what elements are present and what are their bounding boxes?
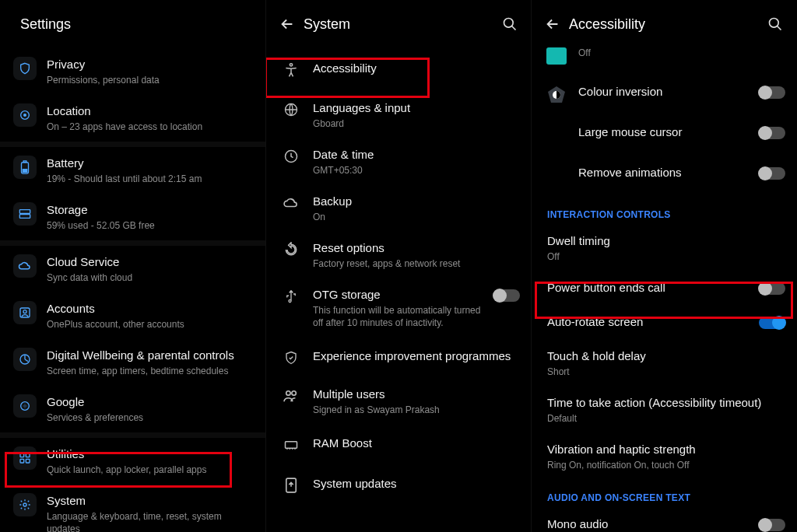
header-accessibility: Accessibility — [532, 0, 796, 48]
a11y-item-large-cursor[interactable]: Large mouse cursor — [532, 116, 796, 156]
svg-rect-13 — [20, 459, 24, 463]
settings-item-label: Google — [47, 394, 255, 410]
mono-audio-toggle[interactable] — [759, 519, 785, 531]
settings-item-sub: 59% used - 52.05 GB free — [47, 219, 255, 232]
a11y-item-dwell-timing[interactable]: Dwell timing Off — [532, 225, 796, 271]
settings-item-sub: Language & keyboard, time, reset, system… — [47, 510, 255, 532]
system-item-sub: On — [313, 211, 520, 223]
a11y-item-colour-inversion[interactable]: Colour inversion — [532, 75, 796, 116]
system-item-label: Backup — [313, 194, 520, 209]
inversion-icon — [546, 84, 567, 106]
a11y-item-label: Mono audio — [547, 516, 753, 532]
system-item-label: Reset options — [313, 240, 520, 256]
system-item-experience[interactable]: Experience improvement programmes — [266, 338, 531, 378]
settings-item-digital-wellbeing[interactable]: Digital Wellbeing & parental controls Sc… — [0, 339, 265, 386]
a11y-item-label: Vibration and haptic strength — [547, 442, 785, 457]
settings-item-privacy[interactable]: Privacy Permissions, personal data — [0, 48, 265, 95]
settings-item-cloud-service[interactable]: Cloud Service Sync data with cloud — [0, 246, 265, 292]
a11y-item-label: Time to take action (Accessibility timeo… — [547, 395, 785, 411]
settings-item-utilities[interactable]: Utilities Quick launch, app locker, para… — [0, 438, 265, 485]
panel-settings: Settings Privacy Permissions, personal d… — [0, 0, 265, 532]
remove-animations-toggle[interactable] — [759, 167, 785, 180]
settings-item-battery[interactable]: Battery 19% - Should last until about 2:… — [0, 147, 265, 194]
system-item-label: OTG storage — [313, 287, 487, 303]
settings-item-sub: 19% - Should last until about 2:15 am — [47, 173, 255, 185]
svg-point-15 — [23, 503, 26, 506]
large-cursor-toggle[interactable] — [759, 127, 785, 139]
svg-rect-26 — [546, 47, 567, 65]
cloud-icon — [282, 194, 300, 212]
svg-rect-14 — [26, 459, 30, 463]
power-end-call-toggle[interactable] — [759, 282, 785, 295]
system-item-date-time[interactable]: Date & time GMT+05:30 — [266, 138, 531, 185]
clock-icon — [282, 147, 300, 166]
settings-item-system[interactable]: System Language & keyboard, time, reset,… — [0, 485, 265, 532]
system-item-sub: Gboard — [313, 117, 520, 130]
a11y-item-time-to-action[interactable]: Time to take action (Accessibility timeo… — [532, 387, 796, 433]
settings-item-label: Accounts — [47, 301, 255, 317]
settings-item-label: Storage — [47, 202, 255, 218]
a11y-item-power-end-call[interactable]: Power button ends call — [532, 271, 796, 306]
search-button[interactable] — [765, 14, 785, 34]
system-item-ram-boost[interactable]: RAM Boost — [266, 425, 531, 465]
settings-item-accounts[interactable]: Accounts OnePlus account, other accounts — [0, 292, 265, 339]
settings-item-google[interactable]: Google Services & preferences — [0, 386, 265, 432]
a11y-item-label: Large mouse cursor — [578, 124, 753, 140]
system-item-accessibility[interactable]: Accessibility — [266, 48, 531, 92]
a11y-item-sub: Off — [578, 47, 785, 59]
system-item-label: System updates — [313, 476, 520, 492]
settings-item-location[interactable]: Location On – 23 apps have access to loc… — [0, 95, 265, 142]
system-item-languages[interactable]: Languages & input Gboard — [266, 92, 531, 138]
settings-item-sub: Permissions, personal data — [47, 74, 255, 86]
auto-rotate-toggle[interactable] — [759, 317, 785, 329]
a11y-item-partial-top[interactable]: Off — [532, 45, 796, 75]
a11y-item-vibration[interactable]: Vibration and haptic strength Ring On, n… — [532, 433, 796, 480]
a11y-item-mono-audio[interactable]: Mono audio Combine channels when playing… — [532, 508, 796, 532]
search-button[interactable] — [500, 14, 520, 34]
system-item-sub: Signed in as Swayam Prakash — [313, 404, 520, 416]
settings-item-label: Cloud Service — [47, 254, 255, 270]
page-title: Settings — [20, 16, 71, 33]
a11y-item-remove-animations[interactable]: Remove animations — [532, 156, 796, 197]
usb-icon — [282, 287, 300, 306]
panel-accessibility: Accessibility Off Colour inversion Large… — [531, 0, 796, 532]
back-button[interactable] — [542, 14, 563, 34]
a11y-item-label: Power button ends call — [547, 280, 753, 296]
svg-rect-3 — [23, 161, 26, 163]
system-item-backup[interactable]: Backup On — [266, 185, 531, 232]
wellbeing-icon — [13, 348, 37, 371]
a11y-item-sub: Short — [547, 366, 785, 378]
page-title: System — [304, 16, 350, 33]
header-settings: Settings — [0, 0, 265, 48]
settings-item-sub: On – 23 apps have access to location — [47, 121, 255, 133]
group-divider — [0, 240, 265, 246]
reset-icon — [282, 240, 300, 259]
a11y-item-auto-rotate[interactable]: Auto-rotate screen — [532, 306, 796, 340]
svg-point-8 — [23, 310, 26, 313]
svg-rect-12 — [26, 453, 30, 457]
svg-rect-4 — [23, 170, 26, 173]
svg-rect-23 — [286, 442, 297, 448]
colour-inversion-toggle[interactable] — [759, 86, 785, 99]
system-item-label: Date & time — [313, 147, 520, 163]
header-system: System — [266, 0, 531, 48]
page-title: Accessibility — [569, 16, 645, 33]
settings-item-storage[interactable]: Storage 59% used - 52.05 GB free — [0, 194, 265, 240]
google-icon — [13, 394, 37, 418]
system-item-otg[interactable]: OTG storage This function will be automa… — [266, 278, 531, 338]
accessibility-icon — [282, 61, 300, 79]
settings-item-sub: Sync data with cloud — [47, 271, 255, 284]
settings-item-sub: Services & preferences — [47, 411, 255, 424]
a11y-item-touch-hold-delay[interactable]: Touch & hold delay Short — [532, 340, 796, 387]
phone-update-icon — [282, 476, 300, 495]
otg-toggle[interactable] — [493, 289, 520, 302]
system-item-label: Experience improvement programmes — [313, 348, 520, 364]
a11y-item-label: Remove animations — [578, 165, 753, 180]
system-item-multiple-users[interactable]: Multiple users Signed in as Swayam Praka… — [266, 378, 531, 425]
system-item-sub: This function will be automatically turn… — [313, 304, 487, 329]
svg-rect-6 — [19, 215, 30, 219]
system-item-updates[interactable]: System updates — [266, 465, 531, 506]
back-button[interactable] — [277, 14, 297, 34]
system-item-reset[interactable]: Reset options Factory reset, apps & netw… — [266, 232, 531, 278]
panel-system: System Accessibility Languages & input G… — [265, 0, 531, 532]
